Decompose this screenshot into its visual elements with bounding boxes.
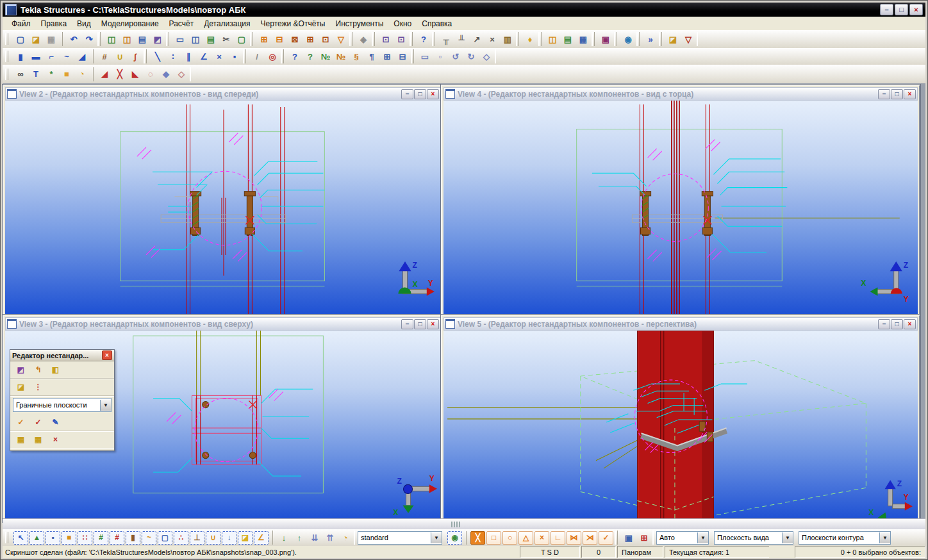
move-down-grid[interactable]: ⇊ (307, 531, 322, 545)
create-grid[interactable]: ▥ (500, 32, 515, 46)
snap-any-position[interactable]: △ (518, 531, 533, 545)
menu-window[interactable]: Окно (388, 18, 417, 29)
group-objects[interactable]: ▭ (417, 49, 433, 63)
pin[interactable]: ♦ (522, 32, 538, 46)
view-minimize-button[interactable]: – (401, 319, 413, 329)
task-list[interactable]: ▤ (560, 32, 576, 46)
select-points[interactable]: ∷ (78, 531, 92, 545)
menu-modeling[interactable]: Моделирование (96, 18, 164, 29)
select-surfaces[interactable]: ■ (62, 531, 76, 545)
view2-titlebar[interactable]: View 2 - (Редактор нестандартных компоне… (5, 87, 441, 101)
chevron-down-icon[interactable]: ▼ (782, 532, 793, 543)
view-minimize-button[interactable]: – (878, 89, 890, 99)
toolbar-grip[interactable] (5, 33, 8, 45)
view-close-button[interactable]: × (427, 319, 439, 329)
create-beam[interactable]: ▬ (28, 49, 44, 63)
toolbar-grip[interactable] (5, 51, 8, 62)
calendar[interactable]: ▦ (576, 32, 591, 46)
view-maximize-button[interactable]: □ (891, 319, 903, 329)
find[interactable]: ∞ (13, 67, 28, 81)
view-close-button[interactable]: × (904, 319, 916, 329)
toolbar-grip[interactable] (5, 532, 8, 543)
create-curved-beam[interactable]: ~ (59, 49, 74, 63)
inquire-object[interactable]: ? (416, 32, 431, 46)
create-plate[interactable]: ◢ (74, 49, 90, 63)
create-view-basic[interactable]: ⊡ (378, 32, 394, 46)
toolbar-grip[interactable] (5, 69, 8, 80)
menu-edit[interactable]: Правка (36, 18, 72, 29)
point-bolt[interactable]: ▪ (227, 49, 242, 63)
points-parallel[interactable]: ∥ (181, 49, 196, 63)
select-planes[interactable]: ◪ (238, 531, 253, 545)
create-bolts[interactable]: # (97, 49, 112, 63)
create-view-3d[interactable]: ⊡ (394, 32, 409, 46)
chevron-down-icon[interactable]: ▼ (697, 532, 708, 543)
view-maximize-button[interactable]: □ (414, 89, 426, 99)
create-weld[interactable]: ∪ (112, 49, 128, 63)
rotate-ccw[interactable]: ↺ (448, 49, 463, 63)
edit-plane[interactable]: ✎ (48, 416, 63, 429)
snap-cube[interactable]: ◈ (356, 32, 371, 46)
view2-window[interactable]: View 2 - (Редактор нестандартных компоне… (3, 85, 443, 318)
cut-part-circle[interactable]: ◌ (143, 67, 158, 81)
select-bolt-groups[interactable]: ∴ (174, 531, 188, 545)
cut-part-solid[interactable]: ◆ (158, 67, 174, 81)
custom-component-editor-panel[interactable]: Редактор нестандар... × ◩↰◧ ◪⋮ Граничные… (10, 349, 115, 451)
move-up-grid[interactable]: ⇈ (322, 531, 338, 545)
menu-help[interactable]: Справка (417, 18, 457, 29)
mdi-scroll-strip[interactable] (3, 518, 925, 530)
ortho-toggle[interactable]: ▣ (621, 531, 636, 545)
snap-free[interactable]: ✓ (599, 531, 613, 545)
undo[interactable]: ↶ (66, 32, 81, 46)
cut-part-part[interactable]: ◇ (174, 67, 189, 81)
view5-titlebar[interactable]: View 5 - (Редактор нестандартных компоне… (443, 317, 918, 331)
scale-selection[interactable]: ◇ (479, 49, 494, 63)
view-maximize-button[interactable]: □ (414, 319, 426, 329)
cut[interactable]: ✂ (219, 32, 234, 46)
menu-view[interactable]: Вид (72, 18, 96, 29)
maximize-button[interactable]: □ (895, 4, 908, 15)
chevron-down-icon[interactable]: ▼ (431, 532, 442, 543)
snap-grid-toggle[interactable]: ⊞ (636, 531, 652, 545)
export-filter[interactable]: ▽ (681, 32, 696, 46)
snap-perpendicular[interactable]: ∟ (551, 531, 565, 545)
new-model[interactable]: ▢ (13, 32, 28, 46)
snap-geometry-points[interactable]: □ (486, 531, 501, 545)
paste[interactable]: ▤ (135, 32, 150, 46)
drawing-list[interactable]: ⊞ (379, 49, 395, 63)
create-points-plane[interactable]: ╨ (454, 32, 469, 46)
points-intersection[interactable]: × (211, 49, 227, 63)
snap-line-extensions[interactable]: ⋈ (567, 531, 581, 545)
cut-part-line[interactable]: ╳ (112, 67, 128, 81)
paste-special[interactable]: ◩ (150, 32, 165, 46)
select-distances[interactable]: ∠ (254, 531, 269, 545)
view4-titlebar[interactable]: View 4 - (Редактор нестандартных компоне… (443, 87, 918, 101)
plane-history[interactable]: ◔ (338, 531, 353, 545)
check-dots[interactable]: ✓ (31, 416, 46, 429)
filter-check[interactable]: ◉ (447, 531, 462, 545)
point-on-line[interactable]: ╲ (150, 49, 165, 63)
plane-type-tool[interactable]: ◪ (13, 381, 28, 393)
view2-canvas[interactable]: Z Y X (5, 101, 441, 315)
more-commands[interactable]: » (643, 32, 658, 46)
database-tools[interactable]: ⊟ (395, 49, 410, 63)
fit-work-area[interactable]: T (28, 67, 44, 81)
component-filter[interactable]: ▽ (333, 32, 349, 46)
menu-file[interactable]: Файл (6, 18, 36, 29)
numbering-all[interactable]: № (333, 49, 349, 63)
view4-canvas[interactable]: Z X Y (443, 101, 918, 315)
points-angle[interactable]: ∠ (196, 49, 211, 63)
numbering-modified[interactable]: № (318, 49, 333, 63)
select-views[interactable]: ▢ (158, 531, 172, 545)
save-as-component[interactable]: ▦ (31, 433, 46, 446)
component-seam[interactable]: ⊡ (318, 32, 333, 46)
test-component[interactable]: ✓ (13, 416, 28, 429)
minimize-button[interactable]: – (880, 4, 893, 15)
create-rebar[interactable]: ∫ (128, 49, 143, 63)
view-minimize-button[interactable]: – (878, 319, 890, 329)
scroll-grip[interactable] (451, 522, 460, 527)
menu-detailing[interactable]: Детализация (199, 18, 255, 29)
close-button[interactable]: × (909, 4, 923, 15)
create-column[interactable]: ▮ (13, 49, 28, 63)
snap-nearest-points[interactable]: ○ (502, 531, 517, 545)
